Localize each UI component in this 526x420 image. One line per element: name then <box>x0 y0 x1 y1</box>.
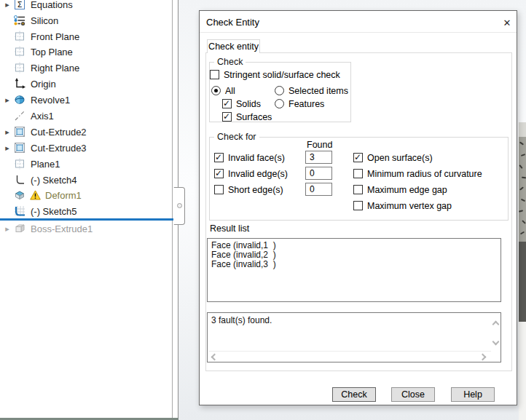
checkbox-icon: ✓ <box>353 185 363 194</box>
min-radius-checkbox[interactable]: ✓ Minimum radius of curvature <box>353 168 482 179</box>
scroll-up-icon[interactable] <box>492 321 500 328</box>
checkbox-label: Short edge(s) <box>228 185 283 195</box>
checkbox-label: Invalid face(s) <box>228 153 285 163</box>
chevron-right-icon[interactable]: ▸ <box>3 0 12 9</box>
tree-item-label: Cut-Extrude2 <box>31 127 87 138</box>
max-edge-gap-checkbox[interactable]: ✓ Maximum edge gap <box>353 184 447 195</box>
checkbox-label: Stringent solid/surface check <box>224 70 340 80</box>
tree-item-label: Front Plane <box>31 31 79 42</box>
cut-extrude-icon <box>14 142 25 154</box>
scroll-down-icon[interactable] <box>492 338 500 346</box>
revolve-icon <box>14 94 25 106</box>
splitter-grip-icon <box>177 203 182 208</box>
rollback-bar[interactable] <box>0 218 176 221</box>
checkbox-icon: ✓ <box>214 153 224 162</box>
scroll-right-icon[interactable] <box>479 354 487 361</box>
title-separator <box>200 32 517 33</box>
model-edge-light <box>519 122 526 137</box>
tree-item-sketch5[interactable]: (-) Sketch5 <box>0 203 172 219</box>
short-edges-checkbox[interactable]: ✓ Short edge(s) <box>214 184 283 195</box>
max-vertex-gap-checkbox[interactable]: ✓ Maximum vertex gap <box>353 200 452 211</box>
origin-icon <box>14 78 25 90</box>
equations-icon: Σ <box>14 0 25 10</box>
short-edges-found-field[interactable]: 0 <box>305 183 332 196</box>
sketch-grid-icon <box>14 205 25 217</box>
chevron-right-icon[interactable]: ▸ <box>3 224 12 233</box>
tree-item-label: Equations <box>31 0 73 10</box>
tree-item-silicon[interactable]: Silicon <box>0 12 172 28</box>
plane-icon <box>14 31 25 42</box>
tree-item-label: Silicon <box>31 15 58 26</box>
tree-item-deform1[interactable]: Deform1 <box>0 187 172 203</box>
checkbox-icon: ✓ <box>353 169 363 178</box>
warning-icon <box>30 190 41 200</box>
close-icon[interactable]: ✕ <box>499 15 515 31</box>
all-radio[interactable]: All <box>211 85 235 96</box>
model-edge-bottom <box>519 322 526 420</box>
check-button[interactable]: Check <box>332 387 376 402</box>
chevron-right-icon[interactable]: ▸ <box>3 95 12 104</box>
tree-item-equations[interactable]: ▸ Σ Equations <box>0 0 172 12</box>
open-surfaces-checkbox[interactable]: ✓ Open surface(s) <box>353 152 433 163</box>
checkbox-icon: ✓ <box>353 153 363 162</box>
tree-item-label: Origin <box>31 79 56 90</box>
close-button[interactable]: Close <box>391 387 435 402</box>
radio-label: Features <box>288 99 324 109</box>
plane-icon <box>14 62 25 74</box>
dialog-title: Check Entity <box>206 17 259 28</box>
checkbox-label: Maximum vertex gap <box>367 201 452 211</box>
checkbox-label: Invalid edge(s) <box>228 169 288 179</box>
surfaces-checkbox[interactable]: ✓ Surfaces <box>222 111 272 122</box>
panel-splitter-handle[interactable] <box>173 187 185 225</box>
features-radio[interactable]: Features <box>275 98 324 109</box>
tree-item-boss-extrude1[interactable]: ▸ Boss-Extrude1 <box>0 221 172 237</box>
svg-text:Σ: Σ <box>17 0 23 9</box>
plane-icon <box>14 158 25 170</box>
cut-extrude-icon <box>14 126 25 138</box>
invalid-faces-found-field[interactable]: 3 <box>305 151 332 164</box>
tree-item-label: Boss-Extrude1 <box>31 223 93 234</box>
tree-item-label: Right Plane <box>31 63 79 74</box>
result-list-item[interactable]: Face (invalid,3 ) <box>211 260 501 269</box>
group-legend: Check for <box>214 132 259 142</box>
tree-item-sketch4[interactable]: (-) Sketch4 <box>0 172 172 188</box>
found-column-label: Found <box>307 140 332 150</box>
checkbox-icon: ✓ <box>222 112 232 122</box>
graphics-viewport-model[interactable] <box>519 0 526 420</box>
tree-item-cut-extrude2[interactable]: ▸ Cut-Extrude2 <box>0 124 172 140</box>
tree-item-label: (-) Sketch5 <box>31 206 77 217</box>
result-list[interactable]: Face (invalid,1 ) Face (invalid,2 ) Face… <box>207 238 501 302</box>
tree-item-right-plane[interactable]: Right Plane <box>0 60 172 76</box>
checkbox-icon: ✓ <box>214 169 224 178</box>
invalid-edges-found-field[interactable]: 0 <box>305 167 332 180</box>
material-icon <box>14 15 25 26</box>
chevron-right-icon[interactable]: ▸ <box>3 127 12 136</box>
tree-item-top-plane[interactable]: Top Plane <box>0 44 172 60</box>
checkbox-icon: ✓ <box>214 185 224 194</box>
tree-item-revolve1[interactable]: ▸ Revolve1 <box>0 92 172 108</box>
tree-item-axis1[interactable]: Axis1 <box>0 108 172 124</box>
selected-items-radio[interactable]: Selected items <box>275 85 348 96</box>
stringent-check-checkbox[interactable]: ✓ Stringent solid/surface check <box>210 69 340 80</box>
feature-manager-tree: ▸ Σ Equations Silicon Front Plane Top Pl… <box>0 0 173 420</box>
tree-item-label: (-) Sketch4 <box>31 175 77 186</box>
tree-item-cut-extrude3[interactable]: ▸ Cut-Extrude3 <box>0 140 172 156</box>
invalid-faces-checkbox[interactable]: ✓ Invalid face(s) <box>214 152 285 163</box>
radio-label: Selected items <box>288 86 348 96</box>
tree-item-front-plane[interactable]: Front Plane <box>0 28 172 44</box>
tree-item-label: Revolve1 <box>31 95 70 106</box>
checkbox-icon: ✓ <box>222 99 232 108</box>
tab-check-entity[interactable]: Check entity <box>207 39 260 53</box>
tree-item-plane1[interactable]: Plane1 <box>0 156 172 172</box>
radio-icon <box>275 99 284 108</box>
scroll-left-icon[interactable] <box>211 354 219 361</box>
invalid-edges-checkbox[interactable]: ✓ Invalid edge(s) <box>214 168 288 179</box>
help-button[interactable]: Help <box>451 387 495 402</box>
message-text: 3 fault(s) found. <box>211 315 272 325</box>
group-legend: Check <box>214 57 246 67</box>
tree-item-origin[interactable]: Origin <box>0 76 172 92</box>
solids-checkbox[interactable]: ✓ Solids <box>222 98 261 109</box>
solidworks-window: ▸ Σ Equations Silicon Front Plane Top Pl… <box>0 0 526 420</box>
radio-icon <box>275 86 284 95</box>
chevron-right-icon[interactable]: ▸ <box>3 143 12 152</box>
